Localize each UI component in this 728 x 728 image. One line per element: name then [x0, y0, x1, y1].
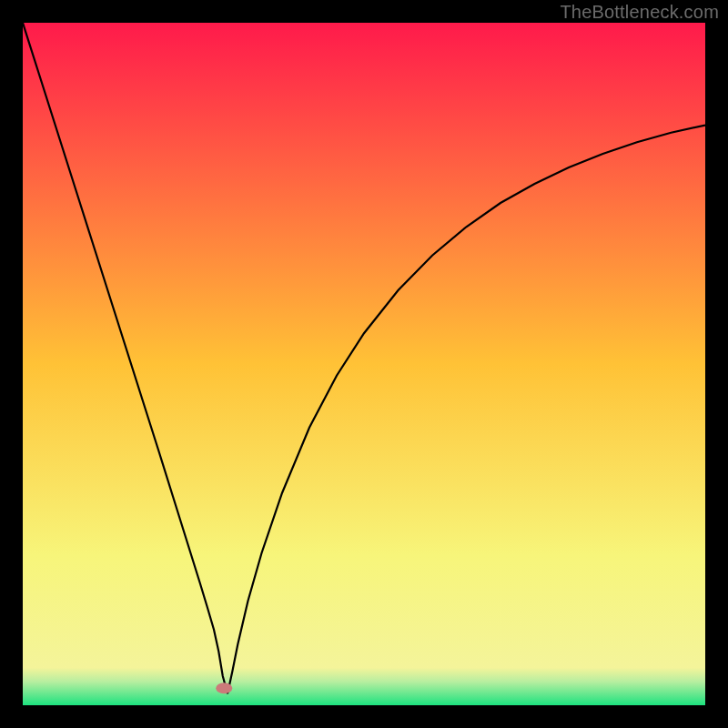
watermark-text: TheBottleneck.com [560, 2, 719, 23]
plot-background [23, 23, 705, 705]
chart-stage: TheBottleneck.com [0, 0, 728, 728]
optimal-marker [216, 682, 232, 693]
chart-svg [23, 23, 705, 705]
